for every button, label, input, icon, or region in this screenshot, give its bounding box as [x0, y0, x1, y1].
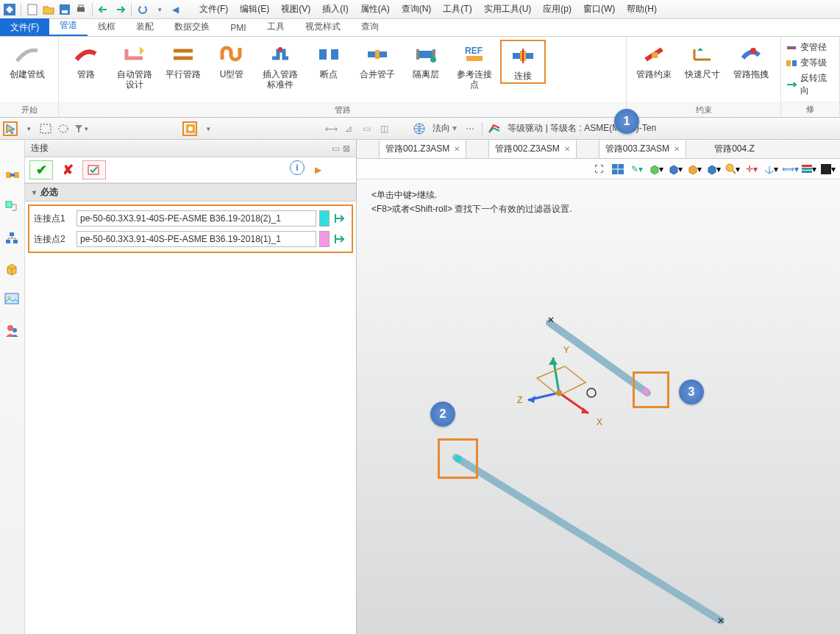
btn-插入管路标准件[interactable]: 插入管路标准件	[257, 40, 303, 92]
redo-icon[interactable]	[113, 3, 127, 16]
snap-tool[interactable]	[182, 121, 197, 136]
menu-query[interactable]: 查询(N)	[397, 3, 436, 15]
box-select-icon[interactable]	[38, 121, 53, 136]
row-input[interactable]: pe-50-60.3X3.91-40S-PE-ASME B36.19-2018(…	[76, 231, 316, 247]
vi-connect-icon[interactable]	[4, 169, 21, 185]
refresh-icon[interactable]	[136, 3, 149, 16]
ribbon-tab-tools[interactable]: 工具	[257, 18, 295, 36]
apply-button[interactable]	[82, 160, 106, 179]
dots-icon[interactable]: ⋯	[463, 121, 477, 136]
ribbon-tab-query2[interactable]: 查询	[351, 18, 389, 36]
menu-help[interactable]: 帮助(H)	[622, 3, 661, 15]
doc-tab-2[interactable]: 管路002.Z3ASM✕	[488, 139, 576, 158]
ribbon-tab-visual[interactable]: 视觉样式	[295, 18, 351, 36]
btn-管路[interactable]: 管路	[63, 40, 109, 81]
prop-反转流向[interactable]: 反转流向	[786, 72, 835, 97]
ribbon-tab-exchange[interactable]: 数据交换	[164, 18, 220, 36]
vp-fit-icon[interactable]: ⛶	[591, 162, 606, 177]
select-dropdown[interactable]	[21, 121, 35, 136]
vi-tree-icon[interactable]	[4, 200, 21, 216]
menu-file[interactable]: 文件(F)	[195, 3, 232, 15]
vp-measure-icon[interactable]: ⟺▾	[783, 162, 797, 177]
btn-连接[interactable]: 连接	[500, 40, 546, 84]
close-icon[interactable]: ✕	[564, 145, 570, 153]
ok-button[interactable]: ✔	[29, 160, 53, 179]
select-tool[interactable]	[3, 121, 18, 136]
menu-edit[interactable]: 编辑(E)	[235, 3, 274, 15]
pick-icon[interactable]	[332, 211, 347, 226]
cancel-button[interactable]: ✘	[56, 160, 79, 179]
panel-close-icon[interactable]: ⊠	[343, 143, 350, 154]
vp-grid-icon[interactable]	[611, 162, 625, 177]
panel-section-header[interactable]: 必选	[25, 183, 356, 202]
doc-tab-4[interactable]: 管路004.Z	[708, 140, 761, 158]
next-icon[interactable]: ▶	[306, 160, 330, 179]
btn-自动管路设计[interactable]: 自动管路设计	[112, 40, 157, 92]
close-icon[interactable]: ✕	[674, 145, 680, 153]
btn-参考连接点[interactable]: REF参考连接点	[452, 40, 497, 92]
level-icon	[487, 121, 502, 136]
btn-管路约束[interactable]: 管路约束	[631, 40, 677, 81]
menu-insert[interactable]: 插入(I)	[318, 3, 352, 15]
menu-attr[interactable]: 属性(A)	[356, 3, 394, 15]
ribbon-tab-pmi[interactable]: PMI	[220, 20, 256, 36]
vp-layers-icon[interactable]: ▾	[802, 162, 816, 177]
vp-color-icon[interactable]: ▾	[821, 162, 836, 177]
history-dropdown[interactable]	[152, 3, 165, 16]
ribbon-tab-wireframe[interactable]: 线框	[88, 18, 126, 36]
ribbon-tab-pipe[interactable]: 管道	[49, 16, 88, 36]
lasso-icon[interactable]	[56, 121, 71, 136]
btn-合并管子[interactable]: 合并管子	[355, 40, 400, 81]
vi-user-icon[interactable]	[4, 324, 21, 340]
print-icon[interactable]	[74, 3, 88, 16]
menu-view[interactable]: 视图(V)	[277, 3, 315, 15]
vp-cube4-icon[interactable]: ▾	[706, 162, 721, 177]
open-icon[interactable]	[42, 3, 55, 16]
pick-icon[interactable]	[332, 232, 347, 246]
btn-平行管路[interactable]: 平行管路	[160, 40, 206, 81]
row-input[interactable]: pe-50-60.3X3.91-40S-PE-ASME B36.19-2018(…	[76, 210, 316, 227]
save-icon[interactable]	[58, 3, 71, 16]
dim-icon-2[interactable]: ⊿	[341, 121, 356, 136]
panel-restore-icon[interactable]: ▭	[332, 143, 340, 154]
filter-icon[interactable]	[74, 121, 88, 136]
menu-app[interactable]: 应用(p)	[538, 3, 576, 15]
3d-canvas[interactable]: ✕ ✕ X Y Z 2	[357, 179, 840, 634]
btn-断点[interactable]: 断点	[306, 40, 352, 81]
dim-icon-1[interactable]: ⟷	[324, 121, 338, 136]
vp-cube1-icon[interactable]: ▾	[649, 162, 663, 177]
prop-变等级[interactable]: 变等级	[786, 57, 835, 69]
btn-create-pipeline[interactable]: 创建管线	[4, 40, 50, 81]
globe-icon[interactable]	[412, 121, 427, 136]
vp-axis-icon[interactable]: ▾	[764, 162, 778, 177]
normal-combo[interactable]: 法向 ▾	[430, 122, 460, 135]
ribbon-tab-assembly[interactable]: 装配	[126, 18, 164, 36]
btn-管路拖拽[interactable]: 管路拖拽	[728, 40, 774, 81]
doc-tab-1[interactable]: 管路001.Z3ASM✕	[379, 139, 466, 158]
snap-dropdown[interactable]	[200, 121, 215, 136]
new-icon[interactable]	[26, 3, 39, 16]
close-icon[interactable]: ✕	[454, 145, 460, 153]
btn-隔离层[interactable]: 隔离层	[403, 40, 449, 81]
vp-pencil-icon[interactable]: ✎▾	[630, 162, 644, 177]
vi-box-icon[interactable]	[4, 262, 21, 278]
vp-cube3-icon[interactable]: ▾	[687, 162, 702, 177]
info-icon[interactable]: i	[290, 160, 305, 175]
menu-util[interactable]: 实用工具(U)	[480, 3, 536, 15]
prop-变管径[interactable]: 变管径	[786, 41, 835, 54]
vp-center-icon[interactable]: ✛▾	[744, 162, 759, 177]
vp-zoom-icon[interactable]: ▾	[725, 162, 740, 177]
btn-快速尺寸[interactable]: 快速尺寸	[680, 40, 725, 81]
dim-icon-4[interactable]: ◫	[377, 121, 391, 136]
vi-image-icon[interactable]	[4, 293, 21, 309]
menu-tools[interactable]: 工具(T)	[438, 3, 476, 15]
vi-hierarchy-icon[interactable]	[4, 231, 21, 247]
file-tab[interactable]: 文件(F)	[0, 18, 49, 36]
btn-U型管[interactable]: U型管	[209, 40, 255, 81]
back-icon[interactable]: ◀	[168, 3, 182, 16]
undo-icon[interactable]	[97, 3, 110, 16]
dim-icon-3[interactable]: ▭	[359, 121, 374, 136]
doc-tab-3[interactable]: 管路003.Z3ASM✕	[599, 139, 686, 158]
menu-window[interactable]: 窗口(W)	[579, 3, 619, 15]
vp-cube2-icon[interactable]: ▾	[668, 162, 683, 177]
